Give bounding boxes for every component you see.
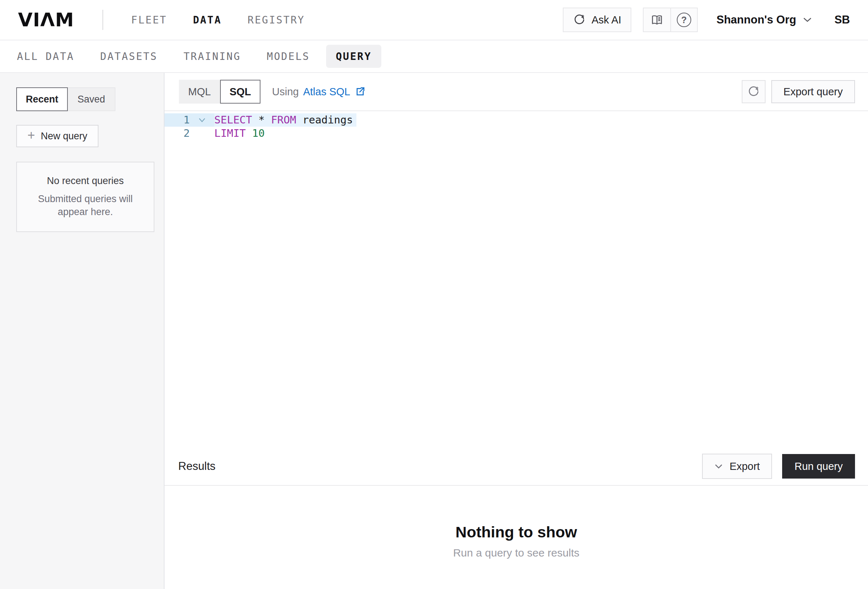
chevron-down-icon xyxy=(714,464,723,469)
nav-item-data[interactable]: DATA xyxy=(193,14,221,26)
tab-all-data[interactable]: ALL DATA xyxy=(7,45,84,68)
query-sidebar: Recent Saved + New query No recent queri… xyxy=(0,73,164,589)
using-label: Using xyxy=(272,86,299,98)
atlas-sql-link-label: Atlas SQL xyxy=(303,86,350,98)
docs-button[interactable] xyxy=(644,8,670,31)
query-main-panel: MQL SQL Using Atlas SQL xyxy=(164,73,868,589)
editor-line-1: 1 SELECT * FROM readings xyxy=(164,113,868,127)
atlas-sql-link[interactable]: Atlas SQL xyxy=(303,86,365,98)
nav-item-registry[interactable]: REGISTRY xyxy=(248,14,305,26)
mode-toggle-sql[interactable]: SQL xyxy=(220,80,260,104)
header-right-group: Ask AI ? Shannon's Org xyxy=(563,7,850,32)
no-recent-queries-title: No recent queries xyxy=(47,175,124,186)
ai-generate-query-button[interactable] xyxy=(742,80,766,103)
sidebar-tabs: Recent Saved xyxy=(16,87,154,111)
help-icon-group: ? xyxy=(643,7,698,32)
results-empty-state: Nothing to show Run a query to see resul… xyxy=(164,486,868,589)
results-actions: Export Run query xyxy=(702,454,855,479)
tab-recent-queries[interactable]: Recent xyxy=(16,87,68,111)
chevron-down-icon xyxy=(803,17,812,23)
fold-toggle-icon[interactable] xyxy=(190,113,214,127)
fold-spacer xyxy=(190,127,214,140)
export-results-label: Export xyxy=(729,460,760,472)
ai-sparkle-refresh-icon xyxy=(573,13,586,26)
toolbar-right-group: Export query xyxy=(742,80,855,103)
new-query-label: New query xyxy=(41,131,87,142)
results-title: Results xyxy=(178,460,216,473)
user-avatar[interactable]: SB xyxy=(834,13,850,26)
ai-sparkle-refresh-icon xyxy=(747,85,760,98)
export-results-button[interactable]: Export xyxy=(702,454,772,479)
run-query-button[interactable]: Run query xyxy=(782,454,855,478)
empty-state-subtitle: Run a query to see results xyxy=(453,547,579,559)
tab-datasets[interactable]: DATASETS xyxy=(90,45,167,68)
no-recent-queries-subtitle: Submitted queries will appear here. xyxy=(35,192,136,218)
external-link-icon xyxy=(354,86,365,97)
code-text: LIMIT 10 xyxy=(214,127,269,140)
sql-editor[interactable]: 1 SELECT * FROM readings 2 LIMIT 10 xyxy=(164,111,868,447)
export-query-button[interactable]: Export query xyxy=(771,80,855,103)
question-mark-icon: ? xyxy=(677,13,691,27)
top-header: VIΛM FLEET DATA REGISTRY Ask AI xyxy=(0,0,868,40)
tab-query[interactable]: QUERY xyxy=(326,45,381,68)
org-selector[interactable]: Shannon's Org xyxy=(716,13,812,26)
tab-saved-queries[interactable]: Saved xyxy=(68,87,115,111)
help-button[interactable]: ? xyxy=(670,8,697,31)
primary-nav: FLEET DATA REGISTRY xyxy=(131,14,305,26)
empty-state-title: Nothing to show xyxy=(456,523,577,541)
code-text: SELECT * FROM readings xyxy=(214,113,356,127)
ask-ai-label: Ask AI xyxy=(592,14,621,26)
book-icon xyxy=(650,13,664,27)
tab-models[interactable]: MODELS xyxy=(257,45,320,68)
tab-training[interactable]: TRAINING xyxy=(174,45,251,68)
org-name: Shannon's Org xyxy=(716,13,796,26)
content-area: Recent Saved + New query No recent queri… xyxy=(0,73,868,589)
new-query-button[interactable]: + New query xyxy=(16,125,99,147)
editor-line-2: 2 LIMIT 10 xyxy=(164,127,868,140)
data-subnav: ALL DATA DATASETS TRAINING MODELS QUERY xyxy=(0,40,868,73)
mode-toggle-mql[interactable]: MQL xyxy=(179,80,220,104)
no-recent-queries-box: No recent queries Submitted queries will… xyxy=(16,162,154,232)
viam-logo[interactable]: VIΛM xyxy=(18,9,74,31)
nav-item-fleet[interactable]: FLEET xyxy=(131,14,167,26)
line-number: 2 xyxy=(164,127,190,140)
line-number: 1 xyxy=(164,113,190,127)
plus-icon: + xyxy=(27,129,35,142)
ask-ai-button[interactable]: Ask AI xyxy=(563,7,631,32)
query-toolbar: MQL SQL Using Atlas SQL xyxy=(164,73,868,111)
results-header: Results Export Run query xyxy=(164,447,868,486)
header-divider xyxy=(102,10,103,30)
